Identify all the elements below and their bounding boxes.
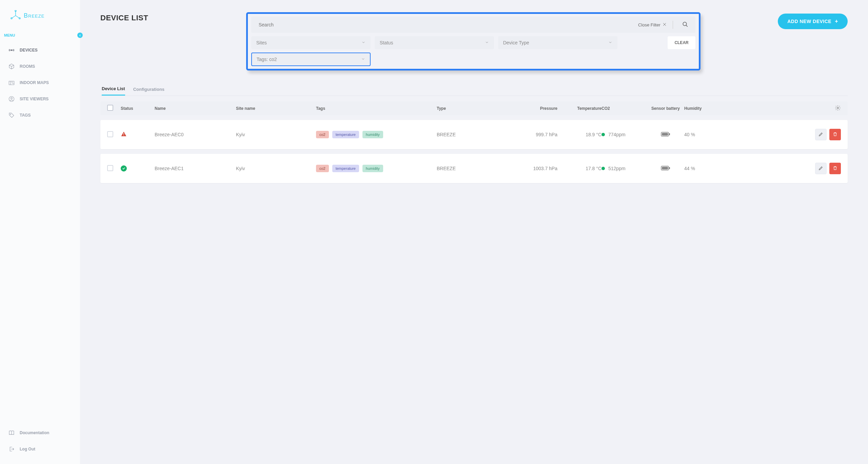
sidebar-item-tags[interactable]: TAGS	[0, 107, 80, 123]
search-bar: Close Filter	[251, 17, 695, 33]
dropdown-label: Tags: co2	[257, 57, 277, 62]
battery-full-icon	[661, 132, 670, 137]
status-ok-icon	[121, 165, 127, 172]
edit-row-button[interactable]	[815, 129, 827, 140]
tab-configurations[interactable]: Configurations	[133, 83, 164, 96]
col-header-status[interactable]: Status	[121, 106, 155, 111]
delete-row-button[interactable]	[829, 129, 841, 140]
sidebar-item-label: TAGS	[20, 113, 31, 118]
col-header-site[interactable]: Site name	[236, 106, 316, 111]
search-input[interactable]	[255, 19, 634, 31]
filter-status-dropdown[interactable]: Status	[375, 36, 494, 49]
svg-rect-11	[123, 135, 124, 136]
menu-label-text: MENU	[4, 33, 15, 37]
cell-tags: co2 temperature humidity	[316, 165, 437, 172]
svg-point-3	[11, 50, 12, 51]
filter-sites-dropdown[interactable]: Sites	[251, 36, 371, 49]
nav-bottom: Documentation Log Out	[0, 425, 80, 457]
delete-row-button[interactable]	[829, 163, 841, 174]
svg-rect-13	[662, 133, 668, 136]
dropdown-label: Status	[380, 40, 393, 45]
table-row[interactable]: Breeze-AEC1 Kyiv co2 temperature humidit…	[100, 154, 848, 183]
sidebar-item-documentation[interactable]: Documentation	[0, 425, 80, 441]
sidebar-item-rooms[interactable]: ROOMS	[0, 58, 80, 75]
row-checkbox[interactable]	[107, 131, 113, 137]
col-header-type[interactable]: Type	[437, 106, 513, 111]
brand-logo[interactable]: Breeze	[0, 7, 80, 31]
svg-rect-4	[9, 81, 14, 85]
co2-value: 512ppm	[608, 166, 626, 171]
col-header-name[interactable]: Name	[155, 106, 236, 111]
svg-point-6	[11, 98, 13, 99]
search-button[interactable]	[679, 19, 691, 31]
filter-device-type-dropdown[interactable]: Device Type	[498, 36, 617, 49]
sidebar: Breeze MENU ‹ DEVICES ROOMS	[0, 0, 80, 464]
add-new-device-button[interactable]: ADD NEW DEVICE +	[778, 14, 848, 29]
plus-icon: +	[835, 18, 838, 24]
sidebar-item-indoor-maps[interactable]: INDOOR MAPS	[0, 75, 80, 91]
tabs: Device List Configurations	[100, 83, 848, 96]
cube-icon	[8, 63, 15, 70]
cell-co2: 512ppm	[601, 166, 647, 171]
svg-point-7	[10, 114, 11, 115]
col-header-co2[interactable]: CO2	[601, 106, 647, 111]
filter-tags-dropdown[interactable]: Tags: co2	[251, 53, 371, 66]
close-filter-label: Close Filter	[638, 22, 660, 27]
breeze-logo-icon	[10, 10, 21, 21]
cell-co2: 774ppm	[601, 132, 647, 137]
sidebar-item-site-viewers[interactable]: SITE VIEWERS	[0, 91, 80, 107]
cell-name: Breeze-AEC0	[155, 132, 236, 137]
cell-humidity: 40 %	[684, 132, 718, 137]
main-content: DEVICE LIST Close Filter	[80, 0, 868, 464]
svg-rect-10	[123, 133, 124, 135]
cell-temperature: 17.8 °C	[557, 166, 601, 171]
clear-filters-button[interactable]: CLEAR	[668, 36, 695, 49]
co2-status-icon	[601, 167, 605, 170]
table-header: Status Name Site name Tags Type Pressure…	[100, 101, 848, 115]
sidebar-item-label: Log Out	[20, 447, 35, 451]
pencil-icon	[818, 132, 823, 138]
menu-section-label: MENU ‹	[0, 31, 80, 39]
svg-rect-16	[662, 167, 668, 169]
col-header-pressure[interactable]: Pressure	[513, 106, 557, 111]
co2-value: 774ppm	[608, 132, 626, 137]
sidebar-item-label: ROOMS	[20, 64, 35, 69]
cell-pressure: 1003.7 hPa	[513, 166, 557, 171]
tab-device-list[interactable]: Device List	[102, 83, 125, 96]
col-header-battery[interactable]: Sensor battery	[647, 106, 684, 111]
cell-pressure: 999.7 hPa	[513, 132, 557, 137]
tag-pill: humidity	[362, 165, 383, 172]
cell-humidity: 44 %	[684, 166, 718, 171]
chevron-down-icon	[361, 57, 365, 62]
select-all-checkbox[interactable]	[107, 105, 113, 111]
logout-icon	[8, 446, 15, 452]
chevron-down-icon	[485, 40, 489, 45]
floorplan-icon	[8, 79, 15, 86]
nav-list: DEVICES ROOMS INDOOR MAPS SITE VIEWERS	[0, 42, 80, 123]
tag-icon	[8, 112, 15, 119]
add-button-label: ADD NEW DEVICE	[787, 19, 831, 24]
chevron-down-icon	[608, 40, 612, 45]
sidebar-item-devices[interactable]: DEVICES	[0, 42, 80, 58]
dropdown-label: Device Type	[503, 40, 529, 45]
edit-row-button[interactable]	[815, 163, 827, 174]
row-checkbox[interactable]	[107, 165, 113, 171]
co2-status-icon	[601, 133, 605, 136]
tag-pill: co2	[316, 131, 329, 138]
sidebar-item-label: SITE VIEWERS	[20, 97, 48, 101]
trash-icon	[833, 166, 837, 172]
brand-name: Breeze	[24, 12, 44, 19]
book-icon	[8, 429, 15, 436]
table-settings-button[interactable]	[835, 105, 841, 112]
col-header-humidity[interactable]: Humidity	[684, 106, 718, 111]
page-title: DEVICE LIST	[100, 14, 148, 22]
cell-temperature: 18.9 °C	[557, 132, 601, 137]
table-row[interactable]: Breeze-AEC0 Kyiv co2 temperature humidit…	[100, 120, 848, 149]
divider	[673, 21, 673, 29]
col-header-temperature[interactable]: Temperature	[557, 106, 601, 111]
close-filter-button[interactable]: Close Filter	[638, 22, 667, 27]
search-icon	[682, 21, 688, 28]
sidebar-item-logout[interactable]: Log Out	[0, 441, 80, 457]
cell-battery	[647, 132, 684, 138]
col-header-tags[interactable]: Tags	[316, 106, 437, 111]
